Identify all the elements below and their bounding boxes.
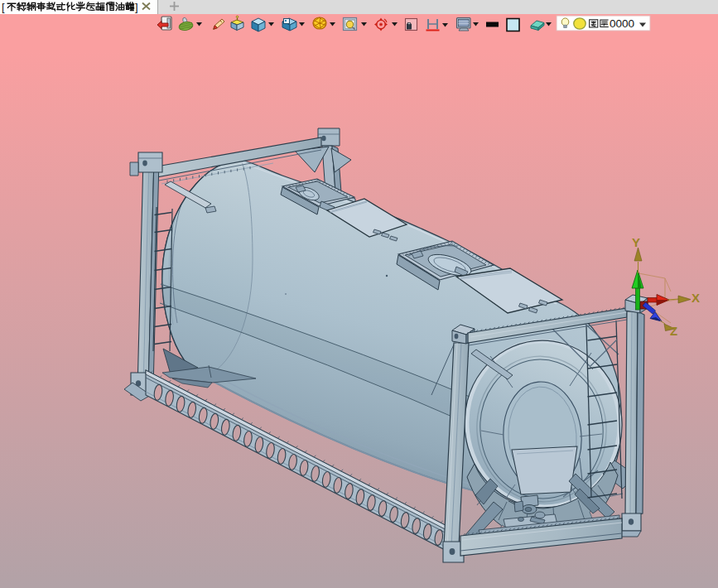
svg-text:[: [	[2, 1, 5, 13]
svg-text:0000: 0000	[610, 17, 634, 30]
svg-text:]: ]	[135, 1, 138, 13]
svg-text:X: X	[691, 291, 700, 305]
svg-text:Z: Z	[670, 324, 677, 338]
svg-text:Y: Y	[632, 235, 640, 249]
